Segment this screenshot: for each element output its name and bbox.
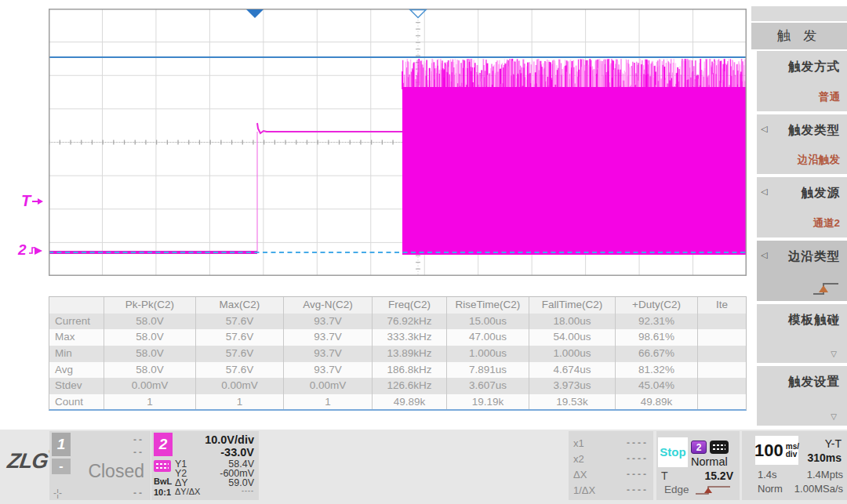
table-cell: 58.0V: [104, 314, 196, 330]
table-header-cell: +Duty(C2): [616, 297, 698, 314]
cursor-dx-value: ----: [627, 469, 649, 480]
channel2-marker-label: 2: [18, 241, 27, 259]
table-cell: 57.6V: [196, 346, 284, 362]
channel2-offset: -33.0V: [220, 446, 254, 459]
cursor-x2-value: ----: [627, 453, 649, 464]
cursor-x2-label: x2: [573, 453, 584, 465]
table-cell: 18.00us: [529, 314, 616, 330]
acquisition-mode: Norm: [758, 483, 783, 495]
channel1-probe: -¦-: [53, 488, 62, 499]
cursor-dydx-value: ----: [242, 487, 254, 495]
menu-item-trigger-source[interactable]: ◁ 触发源 通道2: [757, 177, 847, 237]
collapse-arrow-icon[interactable]: ◁: [761, 187, 767, 197]
table-cell: 186.8kHz: [373, 362, 447, 379]
trigger-status-box: Stop 2 Normal T 15.2V Edge: [656, 431, 740, 500]
table-cell: 93.7V: [284, 314, 373, 330]
channel1-box[interactable]: 1 -- -- - Closed -¦- --: [49, 431, 151, 500]
table-cell: 45.04%: [616, 378, 698, 394]
table-cell: 98.61%: [616, 329, 698, 346]
table-row: Current58.0V57.6V93.7V76.92kHz15.00us18.…: [49, 314, 746, 330]
menu-item-value: 边沿触发: [798, 153, 840, 167]
trigger-level-value: 15.2V: [704, 470, 733, 482]
collapse-arrow-icon[interactable]: ◁: [761, 124, 767, 134]
table-cell: Stdev: [49, 378, 104, 394]
menu-item-value: 普通: [819, 90, 840, 104]
table-cell: 58.0V: [104, 362, 196, 379]
timebase-scale[interactable]: 100 ms/ div: [755, 436, 798, 465]
table-cell: [698, 394, 746, 411]
channel2-badge[interactable]: 2: [154, 433, 173, 456]
trigger-source-badge: 2: [691, 441, 707, 454]
bandwidth-limit-label: BwL: [154, 477, 172, 486]
table-cell: 333.3kHz: [373, 329, 447, 346]
channel2-box[interactable]: 2 10.0V/div -33.0V Y1 58.4V Y2 -600mV Bw…: [151, 431, 259, 500]
menu-item-trigger-mode[interactable]: 触发方式 普通: [757, 51, 847, 111]
table-cell: 126.6kHz: [373, 378, 447, 394]
right-arrow-icon: [32, 197, 44, 206]
dropdown-icon[interactable]: ▽: [831, 412, 837, 421]
table-cell: Current: [49, 314, 104, 330]
cursor-x1-label: x1: [573, 437, 584, 449]
channel1-minus-badge[interactable]: -: [52, 459, 71, 474]
table-cell: 15.00us: [447, 314, 529, 330]
table-row: Min58.0V57.6V93.7V13.89kHz1.000us1.000us…: [49, 346, 746, 362]
table-header-cell: Max(C2): [196, 297, 284, 314]
menu-item-label: 触发类型: [788, 122, 840, 139]
table-cell: 57.6V: [196, 329, 284, 346]
x-cursors-box: x1 ---- x2 ---- ΔX ---- 1/ΔX ----: [569, 431, 653, 500]
menu-item-template-trigger[interactable]: 模板触碰 ▽: [757, 304, 847, 363]
table-cell: 93.7V: [284, 329, 373, 346]
channel2-position-marker[interactable]: 2: [18, 241, 44, 259]
table-cell: Max: [49, 329, 104, 346]
table-cell: 1.000us: [447, 346, 529, 362]
table-header-cell: Ite: [698, 297, 746, 314]
table-cell: [698, 362, 746, 379]
menu-item-trigger-type[interactable]: ◁ 触发类型 边沿触发: [757, 114, 847, 174]
collapse-arrow-icon[interactable]: ◁: [761, 250, 767, 260]
menu-item-edge-type[interactable]: ◁ 边沿类型: [757, 241, 847, 301]
rising-edge-icon: [812, 280, 840, 297]
table-cell: 54.00us: [529, 329, 616, 346]
table-cell: 4.674us: [529, 362, 616, 379]
table-cell: 93.7V: [284, 362, 373, 379]
cursor-invdx-label: 1/ΔX: [573, 484, 595, 496]
menu-top-strip: [751, 6, 847, 21]
dropdown-icon[interactable]: ▽: [831, 350, 837, 358]
capture-window: 1.4s: [758, 469, 777, 480]
step-arrow-icon: [28, 245, 44, 256]
table-cell: 3.973us: [529, 378, 616, 394]
table-row: Avg58.0V57.6V93.7V186.8kHz7.891us4.674us…: [49, 362, 746, 379]
delay-position-marker: [410, 10, 426, 18]
menu-item-label: 触发设置: [788, 374, 840, 390]
table-header-cell: Freq(C2): [373, 297, 447, 314]
trigger-level-marker[interactable]: T: [21, 192, 44, 210]
run-state-button[interactable]: Stop: [658, 437, 688, 467]
table-row: Max58.0V57.6V93.7V333.3kHz47.00us54.00us…: [49, 329, 746, 346]
table-header-cell: Pk-Pk(C2): [104, 297, 196, 314]
table-cell: 57.6V: [196, 362, 284, 379]
timebase-unit: ms/ div: [786, 443, 799, 459]
channel2-scale: 10.0V/div: [205, 433, 254, 446]
cursor-dx-label: ΔX: [573, 469, 587, 480]
waveform-display[interactable]: [49, 9, 747, 276]
menu-item-label: 触发源: [802, 185, 841, 201]
table-cell: 3.607us: [447, 378, 529, 394]
table-row: Stdev0.00mV0.00mV0.00mV126.6kHz3.607us3.…: [49, 378, 746, 394]
measurement-table: Pk-Pk(C2)Max(C2)Avg-N(C2)Freq(C2)RiseTim…: [49, 296, 747, 411]
menu-title: 触 发: [751, 23, 847, 49]
table-header-cell: FallTime(C2): [529, 297, 616, 314]
table-cell: 81.32%: [616, 362, 698, 379]
table-cell: 49.89k: [616, 394, 698, 411]
menu-item-trigger-settings[interactable]: 触发设置 ▽: [757, 366, 847, 426]
probe-ratio-label: 10:1: [154, 488, 171, 497]
channel1-badge[interactable]: 1: [52, 433, 71, 456]
timebase-box: 100 ms/ div Y-T 310ms 1.4s 1.4Mpts Norm …: [742, 431, 847, 500]
menu-item-label: 模板触碰: [788, 312, 840, 328]
table-cell: 0.00mV: [196, 378, 284, 394]
table-header-row: Pk-Pk(C2)Max(C2)Avg-N(C2)Freq(C2)RiseTim…: [49, 297, 746, 314]
menu-item-value: 通道2: [812, 216, 840, 230]
table-row: Count11149.89k19.19k19.53k49.89k: [49, 394, 746, 411]
table-header-cell: RiseTime(C2): [447, 297, 529, 314]
trigger-menu: 触 发 触发方式 普通 ◁ 触发类型 边沿触发 ◁ 触发源 通道2 ◁ 边沿类型…: [751, 6, 847, 427]
table-cell: 1.000us: [529, 346, 616, 362]
